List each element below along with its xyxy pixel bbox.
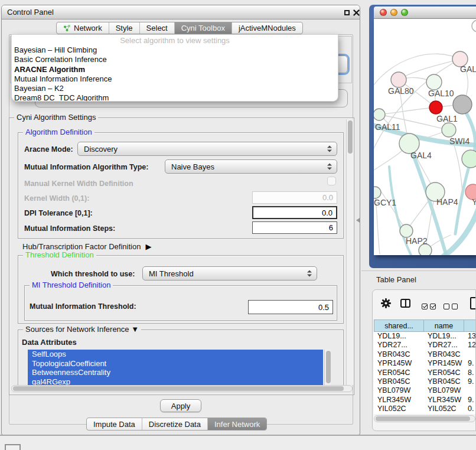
close-icon[interactable] — [353, 9, 360, 16]
zoom-light[interactable] — [401, 9, 408, 16]
node-label: Y — [472, 197, 476, 207]
table-row[interactable]: YBR043CYBR043C — [374, 350, 476, 359]
tab-label: Discretize Data — [149, 420, 201, 429]
scrollbar-thumb[interactable] — [376, 416, 470, 421]
control-panel-title: Control Panel — [7, 5, 54, 19]
settings-vertical-scrollbar[interactable] — [346, 119, 353, 385]
hub-factor-expander[interactable]: Hub/Transcription Factor Definition▶ — [22, 242, 151, 251]
tab-infer-network[interactable]: Infer Network — [207, 418, 266, 430]
close-light[interactable] — [380, 9, 387, 16]
scrollbar-thumb[interactable] — [348, 120, 353, 154]
tab-impute-data[interactable]: Impute Data — [87, 418, 142, 430]
table-panel-titlebar[interactable]: Table Panel — [361, 270, 476, 288]
aracne-mode-combo[interactable]: Discovery — [77, 142, 337, 156]
table-row[interactable]: YER054CYER054C8. — [374, 369, 476, 377]
scrollbar-thumb[interactable] — [13, 386, 344, 391]
node-label: GCY1 — [374, 198, 396, 207]
network-node[interactable] — [374, 187, 381, 198]
table-cell: YER054C — [374, 369, 424, 377]
tab-select[interactable]: Select — [139, 22, 174, 34]
node-label: GAL1 — [436, 114, 458, 123]
apply-button[interactable]: Apply — [160, 399, 201, 412]
mi-type-combo[interactable]: Naive Bayes — [165, 159, 337, 174]
node-label: SWI4 — [449, 136, 470, 146]
mi-threshold-field[interactable]: 0.5 — [248, 300, 333, 314]
traffic-lights — [380, 9, 408, 16]
tab-style[interactable]: Style — [109, 22, 139, 34]
dropdown-item-bayesian-hill-climbing[interactable]: Bayesian – Hill Climbing — [12, 45, 338, 55]
table-row[interactable]: YDR27...YDR27...12 — [374, 341, 476, 350]
table-panel-title: Table Panel — [376, 271, 416, 289]
table-cell: YPR145W — [424, 359, 464, 368]
node-label: GAL80 — [388, 86, 414, 96]
network-canvas[interactable]: GALGAL80GAL10GAL1GAL11SWI4GAL4GCY1HAP4YH… — [374, 19, 476, 255]
splitpane-collapse-handle[interactable] — [356, 218, 360, 223]
manual-kernel-checkbox[interactable] — [327, 177, 336, 185]
table-row[interactable]: YBL079WYBL079W — [374, 386, 476, 395]
table-row[interactable]: YPR145WYPR145W9. — [374, 359, 476, 368]
tab-label: Cyni Toolbox — [181, 24, 225, 32]
network-node[interactable] — [426, 74, 442, 90]
attribute-selfloops[interactable]: SelfLoops — [28, 350, 323, 359]
minimize-light[interactable] — [390, 9, 397, 16]
column-header-name[interactable]: name — [424, 319, 464, 332]
network-node[interactable] — [472, 20, 476, 32]
column-header-shared[interactable]: shared... — [374, 319, 424, 332]
network-node[interactable] — [453, 95, 472, 114]
dropdown-item-mutual-information-inference[interactable]: Mutual Information Inference — [12, 74, 338, 84]
dropdown-item-bayesian-k2[interactable]: Bayesian – K2 — [12, 84, 338, 93]
float-window-icon[interactable] — [344, 10, 350, 15]
network-node[interactable] — [442, 123, 456, 137]
expander-collapsed-icon: ▶ — [145, 242, 151, 251]
tab-label: Network — [74, 24, 102, 32]
split-columns-icon[interactable] — [400, 299, 410, 308]
node-label: HAP2 — [406, 236, 428, 246]
column-header-a[interactable]: A — [464, 319, 476, 332]
mi-steps-field[interactable]: 6 — [252, 221, 337, 234]
dropdown-item-basic-correlation-inference[interactable]: Basic Correlation Inference — [12, 55, 338, 64]
which-threshold-combo[interactable]: MI Threshold — [142, 266, 317, 281]
attribute-topologicalcoefficient[interactable]: TopologicalCoefficient — [28, 359, 323, 369]
tab-discretize-data[interactable]: Discretize Data — [142, 418, 207, 430]
table-row[interactable]: YBR045CYBR045C9. — [374, 377, 476, 386]
mi-type-label: Mutual Information Algorithm Type: — [24, 163, 148, 171]
tab-cyni-toolbox[interactable]: Cyni Toolbox — [174, 22, 232, 34]
clipped-document-icon[interactable] — [470, 297, 476, 309]
tab-jactivemnodules[interactable]: jActiveMNodules — [232, 22, 302, 34]
table-cell: YIL052C — [374, 405, 424, 413]
network-node[interactable] — [391, 72, 406, 87]
network-node[interactable] — [374, 109, 385, 120]
gear-icon[interactable] — [381, 298, 391, 311]
sources-group-title[interactable]: Sources for Network Inference ▼ — [23, 325, 141, 334]
table-cell: 8. — [464, 369, 476, 377]
kernel-width-field[interactable]: 0.0 — [252, 191, 337, 204]
settings-horizontal-scrollbar[interactable] — [11, 385, 353, 392]
attribute-betweennesscentrality[interactable]: BetweennessCentrality — [28, 368, 323, 377]
checked-checkbox-pair-icon[interactable] — [422, 301, 438, 312]
which-threshold-label: Which threshold to use: — [51, 270, 135, 278]
table-row[interactable]: YIL052CYIL052C0. — [374, 405, 476, 413]
data-attributes-list: SelfLoopsTopologicalCoefficientBetweenne… — [28, 350, 323, 386]
tab-label: Impute Data — [93, 420, 135, 429]
table-cell: 9. — [464, 396, 476, 405]
table-cell: YDL19... — [374, 332, 424, 341]
scrollbar-thumb[interactable] — [326, 351, 331, 383]
dropdown-item-dream8-dc-tdc-algorithm[interactable]: Dream8 DC_TDC Algorithm — [12, 93, 338, 102]
dropdown-item-aracne-algorithm[interactable]: ARACNE Algorithm — [12, 65, 338, 74]
tab-network[interactable]: Network — [57, 22, 109, 34]
network-node[interactable] — [429, 101, 442, 114]
unchecked-checkbox-pair-icon[interactable] — [444, 301, 460, 312]
network-window-titlebar[interactable] — [374, 6, 476, 19]
table-row[interactable]: YLR345WYLR345W9. — [374, 396, 476, 405]
table-horizontal-scrollbar[interactable] — [374, 415, 475, 422]
dpi-tolerance-field[interactable]: 0.0 — [252, 206, 337, 219]
table-row[interactable]: YDL19...YDL19...13 — [374, 332, 476, 341]
network-node[interactable] — [400, 224, 413, 237]
table-cell: 9. — [464, 359, 476, 368]
network-node[interactable] — [462, 150, 476, 168]
bottom-left-widget[interactable] — [5, 444, 21, 450]
table-cell: 9. — [464, 377, 476, 386]
control-panel-titlebar[interactable]: Control Panel — [2, 5, 360, 19]
mi-type-value: Naive Bayes — [171, 162, 214, 171]
attributes-list-scrollbar[interactable] — [324, 350, 331, 386]
